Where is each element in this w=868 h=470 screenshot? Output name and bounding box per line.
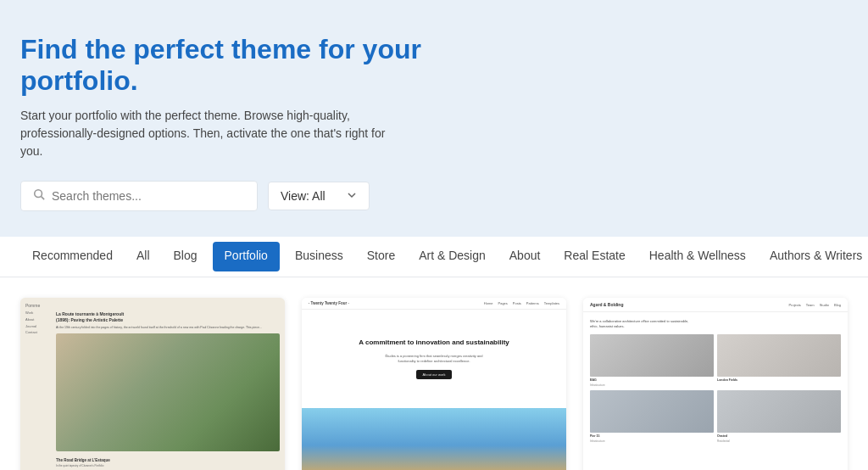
fewer-image-3 [590,390,714,433]
theme-preview-fewer[interactable]: Agard & Bolding Projects Team Studio Blo… [583,298,848,470]
theme-card-fewer: Agard & Bolding Projects Team Studio Blo… [583,298,848,470]
theme-card-twenty-twenty-four: · Twenty Twenty Four · Home Pages Posts … [302,298,566,470]
pomme-bottom-content: The Road Bridge at L'Estaque In the quie… [56,455,280,470]
sidebar-item-business[interactable]: Business [283,237,355,277]
ttf-hero-image [302,408,566,470]
fewer-grid-item-2: London Fields [717,334,841,387]
search-row: View: All [20,181,848,211]
fewer-grid-item-1: BAG Infrastructure [590,334,714,387]
fewer-label-3: Pier 15 [590,434,714,438]
sidebar-item-blog[interactable]: Blog [162,237,209,277]
fewer-mockup: Agard & Bolding Projects Team Studio Blo… [583,298,848,470]
fewer-label-4: Onsted [717,434,841,438]
fewer-grid-item-4: Onsted Residential [717,390,841,443]
sidebar-item-all[interactable]: All [125,237,162,277]
pomme-site-name: Pomme [25,303,40,308]
pomme-content: Work About Journal Contact La Route tour… [25,311,280,470]
pomme-header: Pomme [25,303,280,308]
sidebar-item-portfolio[interactable]: Portfolio [213,242,280,271]
ttf-nav-templates: Templates [544,301,559,305]
hero-section: Find the perfect theme for your portfoli… [0,0,868,237]
ttf-nav-posts: Posts [513,301,521,305]
sidebar-item-recommended[interactable]: Recommended [20,237,125,277]
sidebar-item-authors-writers[interactable]: Authors & Writers [758,237,868,277]
ttf-cta: About our work [416,370,453,379]
fewer-nav-projects: Projects [788,303,800,307]
svg-line-1 [42,197,45,200]
pomme-main: La Route tournante à Montgeroult(1898): … [56,311,280,470]
fewer-topbar: Agard & Bolding Projects Team Studio Blo… [583,298,848,312]
page-title: Find the perfect theme for your portfoli… [20,34,529,97]
sidebar-item-health-wellness[interactable]: Health & Wellness [637,237,758,277]
search-icon [33,188,45,204]
ttf-nav-pages: Pages [498,301,508,305]
fewer-image-1 [590,334,714,377]
pomme-nav-work: Work [25,311,51,316]
svg-point-0 [35,190,42,198]
fewer-sublabel-3: Infrastructure [590,439,714,443]
pomme-nav-journal: Journal [25,325,51,329]
sidebar-item-art-design[interactable]: Art & Design [407,237,498,277]
fewer-label-2: London Fields [717,378,841,382]
fewer-grid-item-3: Pier 15 Infrastructure [590,390,714,443]
view-label: View: All [281,189,326,203]
fewer-image-4 [717,390,841,433]
search-input[interactable] [52,189,245,203]
ttf-hero: A commitment to innovation and sustainab… [302,310,566,408]
ttf-mockup: · Twenty Twenty Four · Home Pages Posts … [302,298,566,470]
view-select[interactable]: View: All [268,182,370,210]
fewer-logo: Agard & Bolding [590,302,623,307]
chevron-down-icon [347,189,357,203]
ttf-topbar: · Twenty Twenty Four · Home Pages Posts … [302,298,566,310]
theme-preview-ttf[interactable]: · Twenty Twenty Four · Home Pages Posts … [302,298,566,470]
hero-subtitle: Start your portfolio with the perfect th… [20,107,410,160]
ttf-hero-title: A commitment to innovation and sustainab… [359,339,509,347]
fewer-content: We're a collaborative architecture offic… [583,312,848,470]
search-box[interactable] [20,181,258,211]
theme-card-pomme: Pomme Work About Journal Contact La Rout… [20,298,285,470]
fewer-grid: BAG Infrastructure London Fields Pier 15… [590,334,841,443]
pomme-bottom-title: The Road Bridge at L'Estaque [56,458,280,462]
fewer-sublabel-4: Residential [717,439,841,443]
nav-bar: Recommended All Blog Portfolio Business … [0,237,868,277]
sidebar-item-store[interactable]: Store [355,237,407,277]
fewer-nav-studio: Studio [820,303,829,307]
theme-preview-pomme[interactable]: Pomme Work About Journal Contact La Rout… [20,298,285,470]
fewer-sublabel-1: Infrastructure [590,383,714,387]
pomme-nav-about: About [25,318,51,322]
pomme-main-image [56,333,280,451]
sidebar-item-about[interactable]: About [498,237,553,277]
pomme-nav-contact: Contact [25,331,51,335]
pomme-article-title: La Route tournante à Montgeroult(1898): … [56,311,280,322]
pomme-article-body: At the 19th century folded into the page… [56,326,280,330]
fewer-nav: Projects Team Studio Blog [788,303,841,307]
ttf-nav: Home Pages Posts Patterns Templates [484,301,559,305]
ttf-nav-home: Home [484,301,493,305]
pomme-bottom-text: In the quiet tapestry of Cézanne's Portf… [56,465,280,468]
sidebar-item-real-estate[interactable]: Real Estate [552,237,637,277]
fewer-label-1: BAG [590,378,714,382]
ttf-nav-patterns: Patterns [526,301,539,305]
fewer-intro: We're a collaborative architecture offic… [590,319,692,329]
ttf-hero-subtitle: Études is a pioneering firm that seamles… [383,354,485,363]
ttf-site-name: · Twenty Twenty Four · [309,301,349,305]
fewer-nav-team: Team [806,303,815,307]
pomme-mockup: Pomme Work About Journal Contact La Rout… [20,298,285,470]
themes-grid: Pomme Work About Journal Contact La Rout… [0,277,868,470]
fewer-image-2 [717,334,841,377]
pomme-sidebar: Work About Journal Contact [25,311,51,470]
fewer-nav-blog: Blog [834,303,841,307]
